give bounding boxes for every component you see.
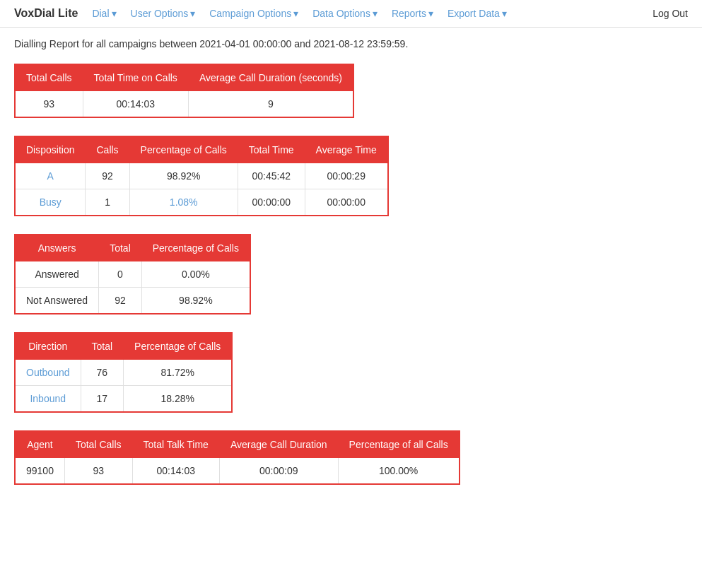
disp-header-pct-calls: Percentage of Calls: [129, 136, 238, 163]
direction-cell: Inbound: [15, 386, 81, 413]
nav-export-data[interactable]: Export Data ▾: [447, 8, 507, 19]
table-row: Answered00.00%: [15, 261, 250, 288]
direction-cell: 81.72%: [124, 360, 233, 386]
answers-cell: 92: [99, 288, 142, 314]
nav-data-options[interactable]: Data Options ▾: [312, 8, 378, 19]
nav-dial[interactable]: Dial ▾: [92, 8, 116, 19]
disp-header-total-time: Total Time: [238, 136, 305, 163]
agent-cell: 00:14:03: [132, 458, 219, 485]
answers-cell: 0.00%: [141, 261, 250, 288]
answers-cell: 0: [99, 261, 142, 288]
answers-cell: 98.92%: [141, 288, 250, 314]
agent-section: Agent Total Calls Total Talk Time Averag…: [14, 430, 688, 485]
ans-header-total: Total: [99, 235, 142, 261]
direction-cell: 18.28%: [124, 386, 233, 413]
answers-table: Answers Total Percentage of Calls Answer…: [14, 234, 251, 314]
disposition-table: Disposition Calls Percentage of Calls To…: [14, 136, 389, 216]
disp-header-disposition: Disposition: [15, 136, 86, 163]
summary-header-total-calls: Total Calls: [15, 64, 83, 91]
disposition-cell: 00:45:42: [238, 163, 305, 189]
agent-cell: 00:00:09: [219, 458, 338, 485]
disposition-cell: Busy: [15, 189, 86, 216]
direction-cell: 76: [81, 360, 124, 386]
disposition-cell: 98.92%: [129, 163, 238, 189]
agent-header-pct-all-calls: Percentage of all Calls: [338, 431, 460, 458]
summary-total-time: 00:14:03: [83, 91, 188, 118]
summary-table: Total Calls Total Time on Calls Average …: [14, 64, 354, 118]
agent-table: Agent Total Calls Total Talk Time Averag…: [14, 430, 460, 485]
table-row: A9298.92%00:45:4200:00:29: [15, 163, 388, 189]
agent-cell: 99100: [15, 458, 64, 485]
dir-header-direction: Direction: [15, 333, 81, 360]
nav-reports[interactable]: Reports ▾: [392, 8, 433, 19]
disposition-cell: A: [15, 163, 86, 189]
brand-logo: VoxDial Lite: [14, 7, 78, 20]
disposition-cell: 00:00:00: [238, 189, 305, 216]
nav-user-options[interactable]: User Options ▾: [131, 8, 196, 19]
disposition-cell: 00:00:29: [305, 163, 388, 189]
summary-total-calls: 93: [15, 91, 83, 118]
summary-header-avg-duration: Average Call Duration (seconds): [188, 64, 353, 91]
disposition-cell: 92: [86, 163, 129, 189]
report-title: Dialling Report for all campaigns betwee…: [14, 38, 688, 49]
agent-cell: 100.00%: [338, 458, 460, 485]
direction-section: Direction Total Percentage of Calls Outb…: [14, 332, 688, 413]
table-row: Not Answered9298.92%: [15, 288, 250, 314]
disp-header-calls: Calls: [86, 136, 129, 163]
disp-header-avg-time: Average Time: [305, 136, 388, 163]
table-row: Inbound1718.28%: [15, 386, 232, 413]
ans-header-answers: Answers: [15, 235, 99, 261]
disposition-cell: 00:00:00: [305, 189, 388, 216]
agent-header-talk-time: Total Talk Time: [132, 431, 219, 458]
direction-table: Direction Total Percentage of Calls Outb…: [14, 332, 233, 413]
dir-header-total: Total: [81, 333, 124, 360]
answers-cell: Not Answered: [15, 288, 99, 314]
disposition-section: Disposition Calls Percentage of Calls To…: [14, 136, 688, 216]
agent-header-agent: Agent: [15, 431, 64, 458]
direction-cell: Outbound: [15, 360, 81, 386]
agent-header-avg-duration: Average Call Duration: [219, 431, 338, 458]
nav-campaign-options[interactable]: Campaign Options ▾: [209, 8, 298, 19]
table-row: 93 00:14:03 9: [15, 91, 353, 118]
table-row: 991009300:14:0300:00:09100.00%: [15, 458, 460, 485]
summary-avg-duration: 9: [188, 91, 353, 118]
agent-cell: 93: [64, 458, 132, 485]
answers-section: Answers Total Percentage of Calls Answer…: [14, 234, 688, 314]
table-row: Outbound7681.72%: [15, 360, 232, 386]
agent-header-total-calls: Total Calls: [64, 431, 132, 458]
nav-logout[interactable]: Log Out: [653, 8, 688, 19]
answers-cell: Answered: [15, 261, 99, 288]
disposition-cell: 1.08%: [129, 189, 238, 216]
summary-header-total-time: Total Time on Calls: [83, 64, 188, 91]
dir-header-pct-calls: Percentage of Calls: [124, 333, 233, 360]
direction-cell: 17: [81, 386, 124, 413]
table-row: Busy11.08%00:00:0000:00:00: [15, 189, 388, 216]
ans-header-pct-calls: Percentage of Calls: [141, 235, 250, 261]
summary-section: Total Calls Total Time on Calls Average …: [14, 64, 688, 118]
disposition-cell: 1: [86, 189, 129, 216]
